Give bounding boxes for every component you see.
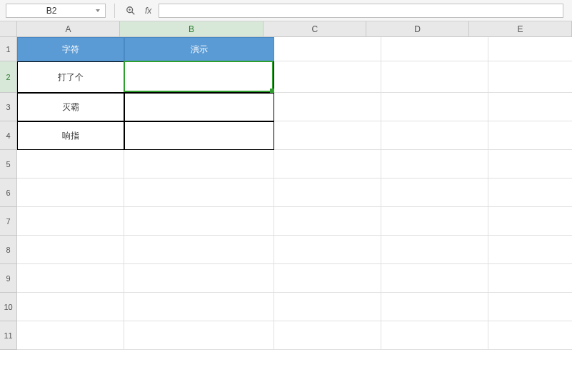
row-header-2[interactable]: 2 [0,61,16,93]
name-box-value: B2 [9,6,94,16]
cell[interactable] [274,150,381,179]
cells-area[interactable]: 字符演示打了个灭霸响指 [17,37,572,392]
cell[interactable] [381,293,488,321]
row-header-7[interactable]: 7 [0,207,16,236]
cell[interactable] [488,293,572,321]
cell[interactable] [488,321,572,350]
cell[interactable] [274,121,381,150]
row-header-4[interactable]: 4 [0,121,16,150]
cell[interactable] [381,236,488,264]
cell[interactable] [124,236,274,264]
cell[interactable] [124,293,274,321]
cell[interactable] [488,61,572,93]
cell[interactable] [17,150,124,179]
cell[interactable] [488,37,572,61]
cell[interactable] [274,179,381,207]
row-header-8[interactable]: 8 [0,236,16,264]
row-header-11[interactable]: 11 [0,321,16,350]
row-header-1[interactable]: 1 [0,37,16,61]
toolbar-divider [114,4,115,18]
select-all-corner[interactable] [0,21,17,37]
row-header-10[interactable]: 10 [0,293,16,321]
cell[interactable] [381,179,488,207]
formula-input[interactable] [159,4,563,18]
cell[interactable] [488,236,572,264]
cell[interactable] [381,61,488,93]
chevron-down-icon[interactable] [94,6,102,15]
cell[interactable] [17,264,124,293]
cell[interactable] [274,293,381,321]
row-header-5[interactable]: 5 [0,150,16,179]
cell[interactable] [274,207,381,236]
cell[interactable] [17,321,124,350]
cell[interactable] [274,264,381,293]
cell[interactable] [124,179,274,207]
cell[interactable] [381,264,488,293]
cell[interactable] [488,207,572,236]
name-box[interactable]: B2 [6,4,106,18]
row-header-9[interactable]: 9 [0,264,16,293]
spreadsheet-grid: ABCDE 1234567891011 字符演示打了个灭霸响指 [0,21,572,392]
table-data-cell[interactable]: 打了个 [17,61,124,93]
cell[interactable] [274,236,381,264]
table-data-cell[interactable] [124,61,274,93]
cell[interactable] [274,37,381,61]
table-data-cell[interactable]: 灭霸 [17,93,124,121]
cell[interactable] [274,93,381,121]
cell[interactable] [17,207,124,236]
cell[interactable] [274,61,381,93]
cell[interactable] [488,264,572,293]
column-header-E[interactable]: E [469,21,572,36]
column-header-D[interactable]: D [366,21,469,36]
cell[interactable] [17,236,124,264]
cell[interactable] [381,207,488,236]
table-data-cell[interactable]: 响指 [17,121,124,150]
column-header-B[interactable]: B [120,21,264,36]
zoom-icon[interactable] [124,4,138,18]
svg-line-1 [132,11,135,14]
cell[interactable] [124,264,274,293]
cell[interactable] [488,150,572,179]
table-data-cell[interactable] [124,121,274,150]
cell[interactable] [17,293,124,321]
cell[interactable] [124,150,274,179]
row-headers: 1234567891011 [0,37,17,350]
cell[interactable] [488,179,572,207]
row-header-6[interactable]: 6 [0,179,16,207]
column-header-C[interactable]: C [264,21,366,36]
table-data-cell[interactable] [124,93,274,121]
table-header-cell[interactable]: 演示 [124,37,274,61]
cell[interactable] [488,121,572,150]
column-header-A[interactable]: A [17,21,120,36]
cell[interactable] [381,321,488,350]
row-header-3[interactable]: 3 [0,93,16,121]
cell[interactable] [17,179,124,207]
cell[interactable] [274,321,381,350]
cell[interactable] [381,121,488,150]
cell[interactable] [381,150,488,179]
cell[interactable] [124,207,274,236]
fx-label[interactable]: fx [145,6,151,16]
column-headers: ABCDE [17,21,572,37]
cell[interactable] [381,37,488,61]
formula-bar-toolbar: B2 fx [0,0,572,21]
cell[interactable] [124,321,274,350]
cell[interactable] [488,93,572,121]
cell[interactable] [381,93,488,121]
table-header-cell[interactable]: 字符 [17,37,124,61]
